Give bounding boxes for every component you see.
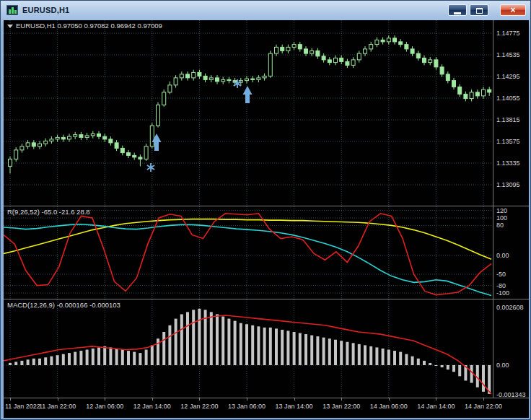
time-tick <box>483 398 484 401</box>
macd-histogram <box>9 309 491 394</box>
price-chart-panel[interactable]: 1.147751.145351.142951.140551.138151.135… <box>4 20 529 206</box>
macd-label: MACD(12,26,9) -0.000166 -0.000103 <box>7 301 120 309</box>
scale-label: 120 <box>496 207 507 214</box>
time-label: 14 Jan 14:00 <box>417 403 455 410</box>
time-label: 13 Jan 14:00 <box>276 403 313 410</box>
time-tick <box>247 398 247 401</box>
symbol-marker-icon <box>7 25 13 28</box>
time-tick <box>199 398 200 401</box>
time-label: 12 Jan 22:00 <box>180 403 218 410</box>
time-tick <box>294 398 295 401</box>
maximize-button[interactable] <box>470 4 488 16</box>
candles-layer <box>9 35 491 173</box>
time-tick <box>436 398 436 401</box>
price-scale-labels: 0.0026080.00-0.001343 <box>496 304 526 398</box>
time-tick <box>105 398 105 401</box>
time-label: 11 Jan 22:00 <box>39 403 76 410</box>
macd-canvas[interactable]: 0.0026080.00-0.001343 <box>4 299 529 398</box>
scale-label: 1.14295 <box>496 73 520 80</box>
oscillator-canvas[interactable]: 120100800.00-50-80-100 <box>4 206 529 299</box>
time-label: 14 Jan 06:00 <box>370 403 408 410</box>
time-tick <box>341 398 342 401</box>
scale-label: 1.13815 <box>496 116 520 123</box>
oscillator-panel[interactable]: 120100800.00-50-80-100 R(9,26,52) -65.0 … <box>4 206 529 299</box>
scale-label: -100 <box>496 289 509 297</box>
close-button[interactable]: × <box>500 4 526 16</box>
scale-label: 1.13335 <box>496 159 520 167</box>
mt4-chart-window: EURUSD,H1 × 1.147751.145351.142951.14055… <box>0 0 531 420</box>
scale-label: 80 <box>496 222 504 229</box>
scale-label: 1.14055 <box>496 95 520 102</box>
price-scale-labels: 120100800.00-50-80-100 <box>496 207 509 297</box>
time-label: 11 Jan 2022 <box>5 403 40 410</box>
time-label: 14 Jan 22:00 <box>465 403 502 410</box>
minimize-button[interactable] <box>448 4 467 16</box>
time-axis[interactable]: 11 Jan 202211 Jan 22:0012 Jan 06:0012 Ja… <box>4 398 529 418</box>
scale-label: 0.002608 <box>496 304 524 311</box>
time-tick <box>389 398 390 401</box>
scale-label: 0.00 <box>496 252 509 259</box>
price-scale-labels: 1.147751.145351.142951.140551.138151.135… <box>496 30 520 188</box>
scale-label: -80 <box>496 282 506 289</box>
scale-label: 0.00 <box>496 362 509 369</box>
chart-info-line: EURUSD,H1 0.97050 0.97082 0.96942 0.9700… <box>7 22 162 30</box>
chart-client-area: 1.147751.145351.142951.140551.138151.135… <box>4 20 529 418</box>
ohlc-text: EURUSD,H1 0.97050 0.97082 0.96942 0.9700… <box>16 22 162 30</box>
minimize-icon <box>454 12 461 14</box>
time-label: 12 Jan 14:00 <box>133 403 171 410</box>
maximize-icon <box>476 8 483 14</box>
scale-label: 1.13575 <box>496 138 520 145</box>
time-tick <box>152 398 153 401</box>
scale-label: 1.14775 <box>496 30 520 37</box>
macd-panel[interactable]: 0.0026080.00-0.001343 MACD(12,26,9) -0.0… <box>4 299 529 398</box>
scale-label: -50 <box>496 271 506 278</box>
scale-label: 100 <box>496 214 507 222</box>
oscillator-label: R(9,26,52) -65.0 -21.6 28.8 <box>7 208 90 216</box>
time-tick <box>10 398 11 401</box>
grid-layer <box>4 20 491 206</box>
time-label: 13 Jan 06:00 <box>228 403 266 410</box>
yellow-line <box>4 219 491 260</box>
time-label: 12 Jan 06:00 <box>86 403 123 410</box>
scale-label: 1.14535 <box>496 51 520 58</box>
chart-app-icon <box>6 5 18 15</box>
time-label: 13 Jan 22:00 <box>322 403 360 410</box>
close-icon: × <box>501 6 525 15</box>
time-tick <box>58 398 58 401</box>
scale-label: -0.001343 <box>496 391 526 398</box>
title-bar[interactable]: EURUSD,H1 × <box>1 1 530 20</box>
price-chart-canvas[interactable]: 1.147751.145351.142951.140551.138151.135… <box>4 20 529 206</box>
aqua-line <box>4 224 491 296</box>
up-arrow-icon <box>243 86 253 103</box>
window-title: EURUSD,H1 <box>22 1 69 19</box>
scale-label: 1.13095 <box>496 181 520 188</box>
